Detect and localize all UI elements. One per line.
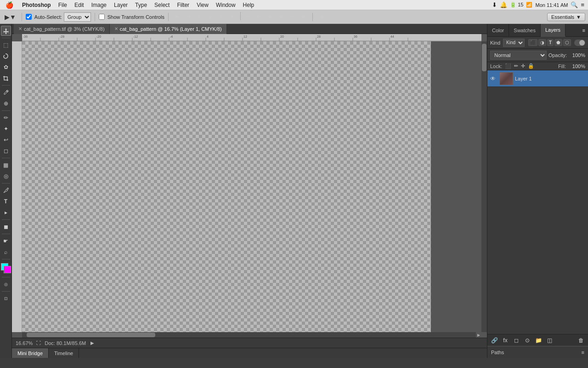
menu-filter[interactable]: Filter bbox=[173, 0, 193, 10]
align-top-edges[interactable]: ⊥ bbox=[205, 12, 215, 22]
move-tool[interactable] bbox=[1, 26, 11, 36]
menu-extra-icon[interactable]: ≡ bbox=[581, 1, 584, 8]
zoom-tool[interactable]: ⌕ bbox=[1, 247, 11, 257]
eyedropper-tool[interactable] bbox=[1, 87, 11, 98]
align-bottom-edges[interactable]: ⊧ bbox=[227, 12, 237, 22]
quick-mask-mode[interactable]: ◎ bbox=[1, 279, 11, 289]
dodge-tool[interactable]: ◎ bbox=[1, 171, 11, 181]
h-scrollbar-thumb[interactable] bbox=[27, 333, 155, 337]
menu-edit[interactable]: Edit bbox=[71, 0, 88, 10]
panel-tab-swatches[interactable]: Swatches bbox=[509, 24, 541, 37]
rect-shape-tool[interactable]: ◼ bbox=[1, 222, 11, 232]
menu-photoshop[interactable]: Photoshop bbox=[18, 0, 55, 10]
eraser-tool[interactable]: ◻ bbox=[1, 146, 11, 156]
tab-mini-bridge[interactable]: Mini Bridge bbox=[12, 348, 49, 358]
color-boxes[interactable] bbox=[1, 263, 11, 273]
distrib-horiz-centers[interactable]: ⊩ bbox=[254, 12, 265, 22]
panel-menu-icon[interactable]: ≡ bbox=[580, 28, 588, 33]
pen-tool[interactable] bbox=[1, 185, 11, 196]
filter-adjust-icon[interactable]: ◑ bbox=[538, 39, 546, 46]
align-left-edges[interactable]: ⊢ bbox=[172, 12, 182, 22]
filter-shape-icon[interactable]: ⬟ bbox=[554, 39, 562, 46]
rect-marquee-tool[interactable]: ⬚ bbox=[1, 40, 11, 50]
align-vert-centers[interactable]: ⊦ bbox=[216, 12, 226, 22]
layer-visibility-toggle[interactable]: 👁 bbox=[490, 75, 498, 82]
add-layer-style-btn[interactable]: fx bbox=[500, 336, 510, 345]
quick-select-tool[interactable]: ✿ bbox=[1, 62, 11, 72]
layer-row-1[interactable]: 👁 Layer 1 bbox=[487, 70, 588, 87]
lock-image-pixels[interactable]: ✏ bbox=[514, 63, 518, 69]
lock-transparent-pixels[interactable]: ⬛ bbox=[505, 63, 511, 69]
auto-align-btn[interactable]: ⊞ bbox=[317, 12, 327, 22]
filter-kind-dropdown[interactable]: Kind bbox=[503, 39, 525, 47]
delete-layer-btn[interactable]: 🗑 bbox=[576, 336, 586, 345]
layer-name[interactable]: Layer 1 bbox=[515, 76, 585, 81]
tab-timeline[interactable]: Timeline bbox=[49, 348, 79, 358]
new-fill-adj-btn[interactable]: ⊙ bbox=[522, 336, 532, 345]
history-brush-tool[interactable]: ↩ bbox=[1, 135, 11, 145]
distrib-bottom[interactable]: ⊭ bbox=[299, 12, 309, 22]
panel-tab-layers[interactable]: Layers bbox=[541, 24, 565, 37]
hand-tool[interactable]: ☛ bbox=[1, 236, 11, 246]
path-select-tool[interactable]: ▸ bbox=[1, 207, 11, 218]
align-horiz-centers[interactable]: ⊣ bbox=[183, 12, 193, 22]
auto-select-checkbox[interactable] bbox=[26, 14, 32, 20]
upload-icon[interactable]: ⬇ bbox=[492, 1, 497, 8]
heal-tool[interactable]: ⊕ bbox=[1, 98, 11, 109]
type-tool[interactable]: T bbox=[1, 196, 11, 207]
distrib-top[interactable]: ⊫ bbox=[277, 12, 287, 22]
vertical-scrollbar[interactable] bbox=[481, 41, 487, 332]
auto-select-dropdown[interactable]: Group Layer bbox=[64, 12, 91, 22]
transform-controls-checkbox[interactable] bbox=[99, 14, 105, 20]
tab-cat-bag-pattern[interactable]: ✕ cat_bag_pattern.tif @ 3% (CMYK/8) bbox=[14, 24, 110, 34]
lock-all[interactable]: 🔒 bbox=[528, 63, 534, 69]
distrib-right[interactable]: ⊪ bbox=[266, 12, 276, 22]
scrollbar-arrow-right[interactable]: ▶ bbox=[476, 332, 481, 338]
screen-mode[interactable]: ⊡ bbox=[1, 293, 11, 304]
blend-mode-dropdown[interactable]: Normal Multiply Screen Overlay bbox=[490, 51, 547, 60]
menu-view[interactable]: View bbox=[193, 0, 212, 10]
status-arrow[interactable]: ▶ bbox=[90, 340, 94, 345]
menu-window[interactable]: Window bbox=[212, 0, 239, 10]
link-layers-btn[interactable]: 🔗 bbox=[489, 336, 499, 345]
apple-menu[interactable]: 🍎 bbox=[0, 1, 18, 9]
v-scrollbar-thumb[interactable] bbox=[482, 44, 486, 71]
menu-file[interactable]: File bbox=[55, 0, 71, 10]
background-color[interactable] bbox=[4, 266, 11, 273]
photoshop-canvas[interactable] bbox=[22, 41, 431, 334]
horizontal-scrollbar[interactable]: ▶ bbox=[22, 332, 481, 338]
tab-cat-bag-pattern-layer[interactable]: ✕ cat_bag_pattern @ 16.7% (Layer 1, CMYK… bbox=[110, 24, 227, 34]
new-layer-btn[interactable]: ◫ bbox=[544, 336, 554, 345]
tab-close-1[interactable]: ✕ bbox=[18, 26, 22, 31]
align-right-edges[interactable]: ⊤ bbox=[194, 12, 204, 22]
paths-panel-menu[interactable]: ≡ bbox=[582, 350, 584, 355]
clone-stamp-tool[interactable]: ✦ bbox=[1, 124, 11, 134]
lasso-tool[interactable] bbox=[1, 51, 11, 61]
add-mask-btn[interactable]: ◻ bbox=[511, 336, 521, 345]
opacity-value[interactable]: 100% bbox=[569, 52, 585, 58]
distrib-vert-centers[interactable]: ⊬ bbox=[288, 12, 298, 22]
filter-pixel-icon[interactable]: ⬛ bbox=[528, 39, 537, 46]
menu-image[interactable]: Image bbox=[88, 0, 110, 10]
essentials-button[interactable]: Essentials ▼ bbox=[547, 13, 585, 21]
filter-toggle[interactable] bbox=[574, 40, 585, 46]
panel-tab-color[interactable]: Color bbox=[487, 24, 509, 37]
canvas-wrapper[interactable]: -36-28-20-12-441220283644 bbox=[12, 34, 487, 338]
notification-icon[interactable]: 🔔 bbox=[500, 1, 507, 8]
zoom-level[interactable]: 16.67% bbox=[16, 340, 33, 346]
menu-layer[interactable]: Layer bbox=[110, 0, 131, 10]
fill-value[interactable]: 100% bbox=[569, 63, 585, 69]
lock-position[interactable]: ✛ bbox=[521, 63, 525, 69]
brush-tool[interactable]: ✏ bbox=[1, 113, 11, 123]
menu-type[interactable]: Type bbox=[131, 0, 151, 10]
filter-type-icon[interactable]: T bbox=[547, 39, 554, 46]
search-icon[interactable]: 🔍 bbox=[571, 1, 578, 8]
gradient-tool[interactable]: ▦ bbox=[1, 160, 11, 170]
filter-smart-icon[interactable]: ⬡ bbox=[563, 39, 571, 46]
distrib-left[interactable]: ⊨ bbox=[243, 12, 254, 22]
menu-help[interactable]: Help bbox=[239, 0, 258, 10]
tab-close-2[interactable]: ✕ bbox=[114, 26, 118, 31]
crop-tool[interactable] bbox=[1, 73, 11, 83]
menu-select[interactable]: Select bbox=[151, 0, 173, 10]
new-group-btn[interactable]: 📁 bbox=[533, 336, 543, 345]
